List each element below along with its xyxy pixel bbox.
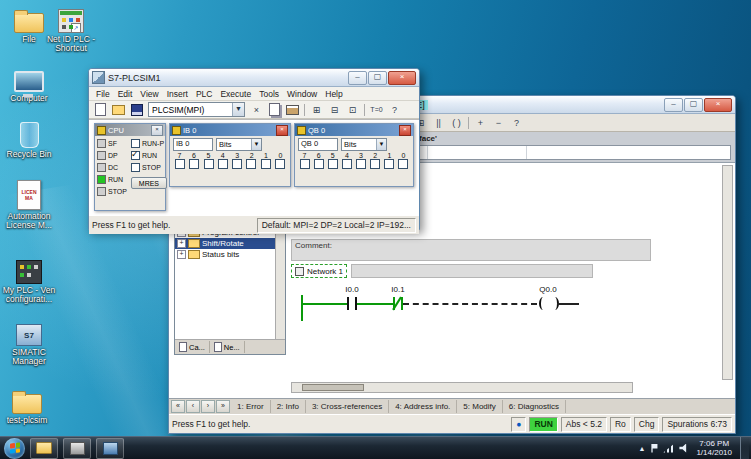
input-window-titlebar[interactable]: IB 0 ×: [170, 124, 290, 136]
last-tab-button[interactable]: »: [216, 400, 230, 413]
menu-execute[interactable]: Execute: [216, 89, 255, 99]
menu-view[interactable]: View: [136, 89, 162, 99]
tab-error[interactable]: 1: Error: [231, 400, 271, 413]
format-select[interactable]: Bits▼: [341, 138, 387, 151]
address-field[interactable]: IB 0: [173, 138, 213, 151]
scrollbar-thumb[interactable]: [302, 384, 364, 391]
action-center-icon[interactable]: [650, 444, 658, 453]
next-tab-button[interactable]: ›: [201, 400, 215, 413]
bit-checkbox[interactable]: [384, 159, 394, 169]
prev-tab-button[interactable]: ‹: [186, 400, 200, 413]
start-button[interactable]: [4, 438, 25, 459]
coil-address[interactable]: Q0.0: [539, 285, 556, 294]
minimize-button[interactable]: –: [664, 98, 683, 112]
expand-icon[interactable]: [177, 239, 186, 248]
help-icon[interactable]: ?: [508, 115, 525, 131]
menu-file[interactable]: File: [92, 89, 114, 99]
tab-cross-references[interactable]: 3: Cross-references: [306, 400, 389, 413]
desktop-icon-computer[interactable]: Computer: [2, 62, 56, 103]
menu-plc[interactable]: PLC: [192, 89, 217, 99]
volume-icon[interactable]: [679, 444, 688, 453]
taskbar-clock[interactable]: 7:06 PM 1/14/2010: [696, 439, 732, 457]
tab-diagnostics[interactable]: 6: Diagnostics: [503, 400, 566, 413]
tab-modify[interactable]: 5: Modify: [457, 400, 502, 413]
contact-address[interactable]: I0.1: [391, 285, 404, 294]
insert-output-icon[interactable]: ⊟: [326, 102, 343, 118]
desktop-icon-license[interactable]: LICEN MA Automation License M...: [2, 180, 56, 230]
run-checkbox[interactable]: [131, 151, 140, 160]
bit-checkbox[interactable]: [261, 159, 271, 169]
input-variable-window[interactable]: IB 0 × IB 0 Bits▼ 76543210: [169, 123, 291, 187]
bit-checkbox[interactable]: [356, 159, 366, 169]
menu-edit[interactable]: Edit: [114, 89, 137, 99]
menu-insert[interactable]: Insert: [163, 89, 192, 99]
ladder-rung[interactable]: I0.0 I0.1 Q0.0: [291, 285, 711, 323]
catalog-item[interactable]: Status bits: [175, 249, 285, 260]
bit-checkbox[interactable]: [300, 159, 310, 169]
block-comment-box[interactable]: Comment:: [291, 239, 651, 261]
chevron-down-icon[interactable]: ▼: [376, 139, 386, 150]
bit-checkbox[interactable]: [175, 159, 185, 169]
mres-button[interactable]: MRES: [131, 177, 167, 189]
show-desktop-button[interactable]: [740, 437, 749, 459]
coil-icon[interactable]: [539, 297, 547, 310]
desktop-icon-my-plc[interactable]: My PLC - Ven configurati...: [2, 254, 56, 304]
tab-program-elements[interactable]: Ca...: [175, 341, 210, 353]
menu-help[interactable]: Help: [321, 89, 346, 99]
paste-icon[interactable]: [284, 102, 301, 118]
address-field[interactable]: QB 0: [298, 138, 338, 151]
network-header[interactable]: Network 1: [291, 264, 593, 278]
taskbar-item-step7[interactable]: [96, 438, 124, 459]
catalog-item-selected[interactable]: Shift/Rotate: [175, 238, 285, 249]
desktop-icon-test-plcsim[interactable]: test-plcsim: [0, 384, 54, 425]
desktop-icon-recycle-bin[interactable]: Recycle Bin: [2, 118, 56, 159]
desktop-icon-simatic-manager[interactable]: S7 SIMATIC Manager: [2, 316, 56, 366]
chevron-down-icon[interactable]: ▼: [251, 139, 261, 150]
horizontal-scrollbar[interactable]: [291, 382, 633, 393]
bit-checkbox[interactable]: [342, 159, 352, 169]
bit-checkbox[interactable]: [246, 159, 256, 169]
save-icon[interactable]: [128, 102, 145, 118]
show-hidden-icons-button[interactable]: ▲: [638, 445, 645, 452]
tab-info[interactable]: 2: Info: [271, 400, 306, 413]
plcsim-titlebar[interactable]: S7-PLCSIM1 – ▢ ×: [89, 69, 419, 87]
help-icon[interactable]: ?: [386, 102, 403, 118]
bit-checkbox[interactable]: [314, 159, 324, 169]
maximize-button[interactable]: ▢: [684, 98, 703, 112]
format-select[interactable]: Bits▼: [216, 138, 262, 151]
chevron-down-icon[interactable]: ▼: [232, 103, 244, 116]
close-button[interactable]: ×: [704, 98, 732, 112]
close-icon[interactable]: ×: [276, 125, 288, 136]
cpu-window-titlebar[interactable]: CPU ×: [95, 124, 165, 136]
insert-counter-icon[interactable]: ⊡: [344, 102, 361, 118]
taskbar-item-explorer[interactable]: [30, 438, 58, 459]
expand-icon[interactable]: [177, 250, 186, 259]
network-title-box[interactable]: [351, 264, 593, 278]
close-icon[interactable]: ×: [151, 125, 163, 136]
bit-checkbox[interactable]: [328, 159, 338, 169]
insert-input-icon[interactable]: ⊞: [308, 102, 325, 118]
no-contact-icon[interactable]: [347, 297, 349, 310]
coil-icon[interactable]: ( ): [448, 115, 465, 131]
bit-checkbox[interactable]: [232, 159, 242, 169]
contact-icon[interactable]: ||: [430, 115, 447, 131]
open-icon[interactable]: [110, 102, 127, 118]
reset-timers-icon[interactable]: T=0: [368, 102, 385, 118]
minimize-button[interactable]: –: [348, 71, 367, 85]
taskbar-item-plcsim[interactable]: [63, 438, 91, 459]
bit-checkbox[interactable]: [370, 159, 380, 169]
zoom-out-icon[interactable]: −: [490, 115, 507, 131]
bit-checkbox[interactable]: [218, 159, 228, 169]
run-p-checkbox[interactable]: [131, 139, 140, 148]
new-icon[interactable]: [92, 102, 109, 118]
cut-icon[interactable]: ×: [248, 102, 265, 118]
tab-call-structure[interactable]: Ne...: [210, 341, 245, 353]
close-button[interactable]: ×: [388, 71, 416, 85]
bit-checkbox[interactable]: [275, 159, 285, 169]
menu-window[interactable]: Window: [283, 89, 321, 99]
output-variable-window[interactable]: QB 0 × QB 0 Bits▼ 76543210: [294, 123, 414, 187]
tab-address-info[interactable]: 4: Address info.: [389, 400, 457, 413]
close-icon[interactable]: ×: [399, 125, 411, 136]
vertical-scrollbar[interactable]: [722, 165, 733, 380]
bit-checkbox[interactable]: [204, 159, 214, 169]
